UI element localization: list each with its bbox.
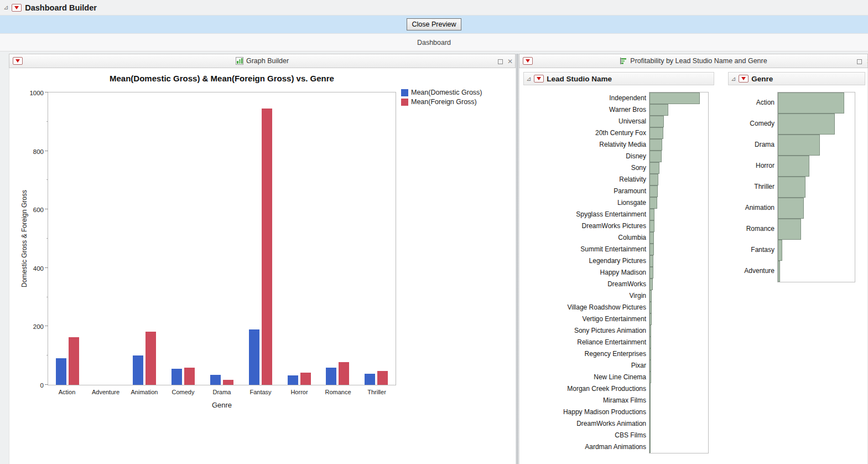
studio-bar-summit-entertainment[interactable] bbox=[649, 244, 654, 255]
studio-bar-dreamworks[interactable] bbox=[649, 279, 653, 290]
maximize-icon[interactable] bbox=[498, 59, 503, 64]
studio-bar-miramax-films[interactable] bbox=[649, 395, 651, 406]
lead-studio-red-triangle-button[interactable] bbox=[534, 75, 544, 83]
studio-bar-morgan-creek-productions[interactable] bbox=[649, 383, 651, 395]
bar-groups bbox=[48, 92, 396, 385]
studio-bar-20th-century-fox[interactable] bbox=[649, 127, 663, 139]
legend-item-domestic[interactable]: Mean(Domestic Gross) bbox=[401, 89, 482, 96]
genre-bars-box[interactable] bbox=[777, 92, 855, 282]
studio-bar-cbs-films[interactable] bbox=[649, 430, 651, 441]
studio-bar-lionsgate[interactable] bbox=[649, 197, 657, 209]
genre-label-adventure: Adventure bbox=[744, 260, 775, 281]
bar-comedy-domestic[interactable] bbox=[171, 369, 182, 385]
genre-label-action: Action bbox=[756, 92, 775, 113]
close-icon[interactable]: ✕ bbox=[507, 58, 513, 65]
studio-bar-spyglass-entertainment[interactable] bbox=[649, 209, 654, 220]
bar-animation-domestic[interactable] bbox=[133, 355, 143, 385]
studio-bar-disney[interactable] bbox=[649, 151, 662, 162]
lead-studio-header[interactable]: ⊿ Lead Studio Name bbox=[523, 72, 714, 85]
bar-drama-foreign[interactable] bbox=[223, 380, 233, 385]
studio-bar-legendary-pictures[interactable] bbox=[649, 255, 653, 267]
studio-bar-village-roadshow-pictures[interactable] bbox=[649, 302, 652, 313]
legend-item-foreign[interactable]: Mean(Foreign Gross) bbox=[401, 98, 482, 106]
studio-row bbox=[649, 267, 708, 279]
studio-bar-dreamworks-pictures[interactable] bbox=[649, 220, 654, 232]
studio-bar-columbia[interactable] bbox=[649, 232, 654, 244]
studio-bar-pixar[interactable] bbox=[649, 360, 651, 372]
genre-bar-adventure[interactable] bbox=[778, 261, 780, 282]
bar-animation-foreign[interactable] bbox=[145, 332, 156, 385]
bar-romance-foreign[interactable] bbox=[339, 362, 349, 385]
bar-action-foreign[interactable] bbox=[69, 337, 79, 385]
bar-fantasy-domestic[interactable] bbox=[249, 329, 259, 385]
bar-fantasy-foreign[interactable] bbox=[262, 109, 272, 385]
studio-bar-regency-enterprises[interactable] bbox=[649, 348, 651, 360]
chart-title: Mean(Domestic Gross) & Mean(Foreign Gros… bbox=[48, 74, 396, 83]
graph-builder-icon bbox=[236, 57, 243, 65]
studio-bar-sony[interactable] bbox=[649, 162, 659, 174]
bar-thriller-foreign[interactable] bbox=[377, 371, 388, 385]
maximize-icon[interactable] bbox=[857, 59, 862, 64]
red-triangle-menu-button[interactable] bbox=[12, 4, 22, 12]
studio-row bbox=[649, 139, 708, 151]
studio-bar-happy-madison[interactable] bbox=[649, 267, 653, 279]
bar-action-domestic[interactable] bbox=[56, 358, 66, 385]
studio-row bbox=[649, 209, 708, 220]
genre-bar-animation[interactable] bbox=[778, 198, 804, 219]
studio-bar-vertigo-entertainment[interactable] bbox=[649, 313, 652, 325]
studio-bar-sony-pictures-animation[interactable] bbox=[649, 325, 651, 337]
bar-romance-domestic[interactable] bbox=[326, 368, 336, 385]
dashboard-tab-bar[interactable]: Dashboard bbox=[0, 33, 868, 51]
bar-group-animation bbox=[126, 92, 164, 385]
studio-row bbox=[649, 430, 708, 441]
graph-builder-red-triangle-button[interactable] bbox=[13, 57, 23, 65]
genre-row bbox=[778, 92, 855, 114]
collapse-triangle-icon[interactable]: ⊿ bbox=[3, 4, 8, 11]
studio-label-happy-madison-productions: Happy Madison Productions bbox=[563, 406, 646, 417]
studio-bar-aardman-animations[interactable] bbox=[649, 441, 651, 453]
studio-bar-happy-madison-productions[interactable] bbox=[649, 406, 651, 418]
genre-bar-action[interactable] bbox=[778, 92, 844, 114]
studio-bar-dreamworks-animation[interactable] bbox=[649, 418, 651, 430]
genre-bar-fantasy[interactable] bbox=[778, 240, 782, 261]
bar-drama-domestic[interactable] bbox=[210, 375, 221, 385]
genre-bar-comedy[interactable] bbox=[778, 114, 835, 135]
genre-bar-horror[interactable] bbox=[778, 156, 809, 177]
studio-bar-paramount[interactable] bbox=[649, 185, 658, 197]
bar-horror-foreign[interactable] bbox=[300, 373, 311, 385]
studio-bar-relativity-media[interactable] bbox=[649, 139, 662, 151]
x-axis-label: Genre bbox=[48, 401, 396, 409]
collapse-triangle-icon[interactable]: ⊿ bbox=[731, 76, 736, 82]
plot-area[interactable]: 02004006008001000 bbox=[48, 92, 396, 385]
genre-header[interactable]: ⊿ Genre bbox=[728, 72, 865, 85]
bar-thriller-domestic[interactable] bbox=[365, 374, 375, 385]
close-preview-button[interactable]: Close Preview bbox=[407, 18, 462, 30]
studio-bar-relativity[interactable] bbox=[649, 174, 658, 185]
bar-group-drama bbox=[202, 92, 241, 385]
y-tick-label: 200 bbox=[20, 323, 44, 330]
bar-horror-domestic[interactable] bbox=[288, 375, 298, 385]
studio-bar-warner-bros[interactable] bbox=[649, 104, 668, 116]
lead-studio-bars-box[interactable] bbox=[649, 92, 709, 453]
studio-bar-virgin[interactable] bbox=[649, 290, 652, 302]
genre-bar-thriller[interactable] bbox=[778, 177, 805, 198]
studio-row bbox=[649, 127, 708, 139]
genre-row bbox=[778, 114, 855, 135]
studio-row bbox=[649, 162, 708, 174]
studio-bar-reliance-entertainment[interactable] bbox=[649, 337, 651, 348]
genre-red-triangle-button[interactable] bbox=[739, 75, 749, 83]
bar-comedy-foreign[interactable] bbox=[184, 368, 195, 385]
collapse-triangle-icon[interactable]: ⊿ bbox=[526, 76, 531, 82]
studio-label-disney: Disney bbox=[626, 150, 646, 162]
studio-row bbox=[649, 92, 708, 104]
genre-bar-romance[interactable] bbox=[778, 219, 801, 240]
x-tick-label: Drama bbox=[202, 389, 241, 395]
studio-bar-new-line-cinema[interactable] bbox=[649, 372, 651, 383]
y-tick-label: 400 bbox=[20, 265, 44, 272]
genre-bar-drama[interactable] bbox=[778, 135, 820, 156]
profitability-red-triangle-button[interactable] bbox=[523, 57, 533, 65]
studio-bar-independent[interactable] bbox=[649, 92, 700, 104]
studio-bar-universal[interactable] bbox=[649, 116, 664, 127]
studio-row bbox=[649, 174, 708, 185]
main-area: Graph Builder ✕ Mean(Domestic Gross) & M… bbox=[0, 51, 868, 464]
